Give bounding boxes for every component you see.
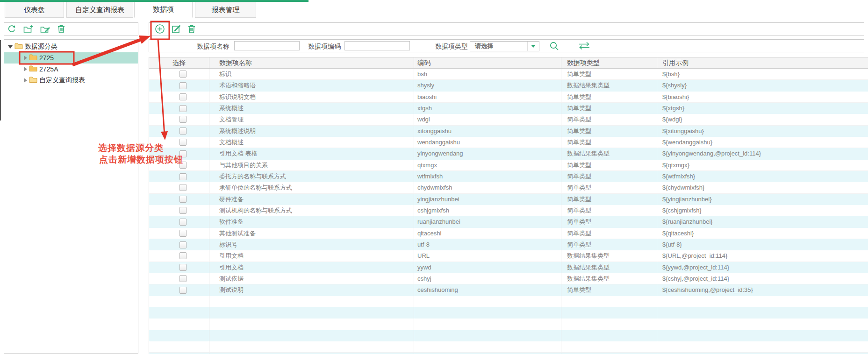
type-cell: 数据结果集类型	[561, 148, 657, 159]
row-checkbox[interactable]	[179, 71, 187, 78]
ref-cell: ${yingjianzhunbei}	[657, 194, 868, 205]
tab-dashboard[interactable]: 仪表盘	[5, 2, 64, 18]
folder-icon	[29, 76, 37, 85]
name-cell: 软件准备	[209, 216, 414, 227]
row-checkbox[interactable]	[179, 116, 187, 123]
tab-label: 仪表盘	[24, 6, 45, 14]
data-source-tree: 数据源分类 2725 2725A 自定义查询报表	[4, 39, 138, 354]
type-cell: 简单类型	[561, 228, 657, 239]
ref-cell: ${cshjgmlxfsh}	[657, 205, 868, 216]
column-header-code: 编码	[414, 57, 561, 68]
caret-right-icon[interactable]	[24, 67, 27, 71]
type-cell: 简单类型	[561, 137, 657, 148]
row-checkbox[interactable]	[179, 230, 187, 237]
select-cell	[149, 239, 209, 250]
row-checkbox[interactable]	[179, 82, 187, 89]
ref-cell	[657, 341, 868, 352]
code-cell: yinyongwendang	[414, 148, 561, 159]
data-item-table: 选择 数据项名称 编码 数据项类型 引用示例 标识 bsh 简单类型 ${bsh…	[149, 57, 868, 354]
row-checkbox[interactable]	[179, 287, 187, 294]
code-cell	[414, 330, 561, 341]
tree-node-2725[interactable]: 2725	[4, 52, 138, 64]
annotation-text-line1: 选择数据源分类	[98, 142, 164, 154]
code-cell: biaoshi	[414, 92, 561, 102]
table-row: 标识说明文档 biaoshi 简单类型 ${biaoshi}	[149, 92, 868, 103]
code-cell: wendanggaishu	[414, 137, 561, 148]
ref-cell: ${shysly}	[657, 80, 868, 91]
type-cell: 简单类型	[561, 160, 657, 170]
tree-toolbar	[4, 22, 138, 35]
data-item-toolbar	[149, 22, 864, 35]
tree-node-custom-query-report[interactable]: 自定义查询报表	[4, 75, 138, 86]
name-cell: 术语和缩略语	[209, 80, 414, 91]
refresh-icon[interactable]	[7, 24, 16, 34]
row-checkbox[interactable]	[179, 173, 187, 180]
tab-custom-query-report[interactable]: 自定义查询报表	[66, 2, 133, 18]
select-cell	[149, 307, 209, 319]
add-item-icon[interactable]	[155, 24, 165, 34]
data-item-name-input[interactable]	[234, 41, 300, 50]
chevron-down-icon	[528, 45, 539, 48]
code-cell	[414, 307, 561, 319]
edit-folder-icon[interactable]	[40, 25, 50, 34]
select-cell	[149, 319, 209, 329]
row-checkbox[interactable]	[179, 264, 187, 271]
name-cell: 测试机构的名称与联系方式	[209, 205, 414, 216]
type-cell	[561, 341, 657, 352]
row-checkbox[interactable]	[179, 184, 187, 191]
code-cell: shysly	[414, 80, 561, 91]
name-cell: 测试说明	[209, 284, 414, 296]
tree-node-2725a[interactable]: 2725A	[4, 64, 138, 75]
caret-right-icon[interactable]	[24, 56, 27, 60]
delete-icon[interactable]	[57, 24, 65, 34]
name-cell: 标识号	[209, 239, 414, 250]
filter-code-label: 数据项编码	[299, 40, 341, 53]
tab-report-management[interactable]: 报表管理	[195, 2, 256, 18]
name-cell: 硬件准备	[209, 194, 414, 205]
data-item-type-select[interactable]: 请选择	[470, 41, 539, 51]
column-header-ref: 引用示例	[657, 57, 868, 68]
ref-cell: ${wdgl}	[657, 114, 868, 125]
name-cell: 委托方的名称与联系方式	[209, 171, 414, 182]
row-checkbox[interactable]	[179, 275, 187, 282]
row-checkbox[interactable]	[179, 252, 187, 259]
caret-down-icon[interactable]	[8, 45, 13, 49]
row-checkbox[interactable]	[179, 139, 187, 146]
search-icon[interactable]	[549, 41, 560, 51]
row-checkbox[interactable]	[179, 105, 187, 112]
ref-cell: ${qtxmgx}	[657, 160, 868, 170]
edit-item-icon[interactable]	[172, 24, 181, 34]
column-header-type: 数据项类型	[561, 57, 657, 68]
tree-node-label: 数据源分类	[25, 42, 57, 51]
ref-cell: ${yinyongwendang,@project_id:114}	[657, 148, 868, 159]
row-checkbox[interactable]	[179, 207, 187, 214]
filter-name-label: 数据项名称	[189, 40, 230, 53]
row-checkbox[interactable]	[179, 241, 187, 248]
code-cell: wtfmlxfsh	[414, 171, 561, 182]
ref-cell: ${utf-8}	[657, 239, 868, 250]
reset-swap-icon[interactable]	[577, 42, 591, 50]
name-cell: 引用文档 表格	[209, 148, 414, 159]
row-checkbox[interactable]	[179, 219, 187, 226]
row-checkbox[interactable]	[179, 93, 187, 100]
add-folder-icon[interactable]	[23, 25, 33, 34]
code-cell: URL	[414, 250, 561, 261]
select-cell	[149, 194, 209, 205]
table-row: 委托方的名称与联系方式 wtfmlxfsh 简单类型 ${wtfmlxfsh}	[149, 171, 868, 182]
type-cell: 数据结果集类型	[561, 262, 657, 273]
row-checkbox[interactable]	[179, 127, 187, 135]
name-cell: 文档概述	[209, 137, 414, 148]
delete-item-icon[interactable]	[187, 24, 196, 34]
tree-node-data-source-root[interactable]: 数据源分类	[4, 41, 138, 52]
table-row: 硬件准备 yingjianzhunbei 简单类型 ${yingjianzhun…	[149, 194, 868, 205]
code-cell: utf-8	[414, 239, 561, 250]
row-checkbox[interactable]	[179, 196, 187, 203]
table-row	[149, 341, 868, 353]
data-item-code-input[interactable]	[344, 41, 410, 50]
name-cell: 与其他项目的关系	[209, 160, 414, 170]
type-cell: 简单类型	[561, 171, 657, 182]
caret-right-icon[interactable]	[24, 78, 27, 83]
tab-data-items[interactable]: 数据项	[134, 2, 193, 18]
select-cell	[149, 69, 209, 79]
code-cell	[414, 296, 561, 307]
